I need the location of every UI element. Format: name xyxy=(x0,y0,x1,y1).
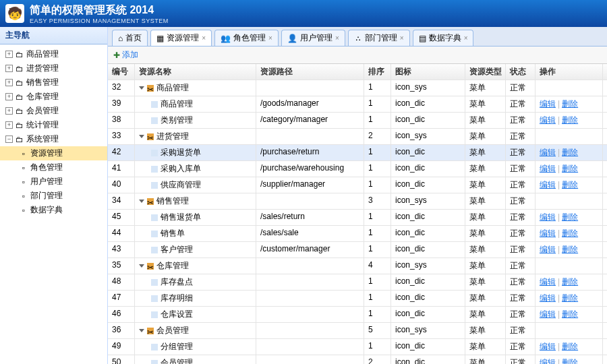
close-icon[interactable]: × xyxy=(268,34,272,42)
tab[interactable]: ▤数据字典× xyxy=(413,30,474,46)
col-path[interactable]: 资源路径 xyxy=(256,64,364,80)
table-row[interactable]: 45 销售退货单 /sales/return 1 icon_dic 菜单 正常 … xyxy=(108,210,607,226)
sidebar-item[interactable]: +🗀进货管理 xyxy=(0,61,107,75)
sidebar-item[interactable]: +🗀仓库管理 xyxy=(0,90,107,104)
table-row[interactable]: 50 会员管理 2 icon_dic 菜单 正常 编辑|删除 xyxy=(108,355,607,364)
table-row[interactable]: 32 ✂商品管理 1 icon_sys 菜单 正常 xyxy=(108,80,607,96)
edit-link[interactable]: 编辑 xyxy=(540,212,556,222)
cell-order: 3 xyxy=(364,193,391,209)
table-row[interactable]: 36 ✂会员管理 5 icon_sys 菜单 正常 xyxy=(108,323,607,339)
table-row[interactable]: 44 销售单 /sales/sale 1 icon_dic 菜单 正常 编辑|删… xyxy=(108,226,607,242)
delete-link[interactable]: 删除 xyxy=(562,115,578,125)
delete-link[interactable]: 删除 xyxy=(562,148,578,157)
delete-link[interactable]: 删除 xyxy=(562,245,578,254)
delete-link[interactable]: 删除 xyxy=(562,277,578,286)
edit-link[interactable]: 编辑 xyxy=(540,229,556,238)
folder-icon: 🗀 xyxy=(15,78,24,88)
delete-link[interactable]: 删除 xyxy=(562,309,578,319)
delete-link[interactable]: 删除 xyxy=(562,229,578,238)
delete-link[interactable]: 删除 xyxy=(562,342,578,351)
cell-ops: 编辑|删除 xyxy=(536,113,603,128)
expand-icon[interactable]: + xyxy=(5,93,13,100)
expand-icon[interactable]: + xyxy=(5,51,13,58)
add-button[interactable]: ✚ 添加 xyxy=(113,49,138,61)
expand-toggle-icon[interactable] xyxy=(139,264,144,268)
table-row[interactable]: 41 采购入库单 /purchase/warehousing 1 icon_di… xyxy=(108,161,607,177)
tab[interactable]: 👥角色管理× xyxy=(214,30,279,46)
table-row[interactable]: 33 ✂进货管理 2 icon_sys 菜单 正常 xyxy=(108,129,607,145)
col-id[interactable]: 编号 xyxy=(108,64,135,80)
table-row[interactable]: 40 供应商管理 /supplier/manager 1 icon_dic 菜单… xyxy=(108,177,607,193)
edit-link[interactable]: 编辑 xyxy=(540,99,556,109)
expand-icon[interactable]: + xyxy=(5,121,13,129)
sidebar-label: 仓库管理 xyxy=(26,91,59,102)
sidebar-subitem[interactable]: ▫用户管理 xyxy=(0,175,107,189)
sidebar-subitem[interactable]: ▫部门管理 xyxy=(0,189,107,203)
sidebar-subitem[interactable]: ▫资源管理 xyxy=(0,146,107,160)
expand-toggle-icon[interactable] xyxy=(139,200,144,203)
table-row[interactable]: 48 库存盘点 1 icon_dic 菜单 正常 编辑|删除 xyxy=(108,274,607,291)
col-status[interactable]: 状态 xyxy=(506,64,536,80)
edit-link[interactable]: 编辑 xyxy=(540,277,556,286)
table-row[interactable]: 43 客户管理 /customer/manager 1 icon_dic 菜单 … xyxy=(108,242,607,258)
table-row[interactable]: 35 ✂仓库管理 4 icon_sys 菜单 正常 xyxy=(108,258,607,274)
sidebar-item[interactable]: −🗀系统管理 xyxy=(0,132,107,146)
tab[interactable]: ▦资源管理× xyxy=(150,30,212,46)
table-row[interactable]: 39 商品管理 /goods/manager 1 icon_dic 菜单 正常 … xyxy=(108,96,607,113)
edit-link[interactable]: 编辑 xyxy=(540,309,556,319)
edit-link[interactable]: 编辑 xyxy=(540,342,556,351)
edit-link[interactable]: 编辑 xyxy=(540,180,556,189)
close-icon[interactable]: × xyxy=(400,34,404,42)
edit-link[interactable]: 编辑 xyxy=(540,358,556,364)
table-row[interactable]: 34 ✂销售管理 3 icon_sys 菜单 正常 xyxy=(108,193,607,210)
close-icon[interactable]: × xyxy=(464,34,468,42)
col-name[interactable]: 资源名称 xyxy=(135,64,256,80)
col-ops[interactable]: 操作 xyxy=(536,64,603,80)
table-row[interactable]: 47 库存明细 1 icon_dic 菜单 正常 编辑|删除 xyxy=(108,291,607,307)
table-row[interactable]: 38 类别管理 /category/manager 1 icon_dic 菜单 … xyxy=(108,113,607,129)
tab[interactable]: ⌂首页 xyxy=(112,30,148,46)
tab[interactable]: ⛬部门管理× xyxy=(348,30,410,46)
expand-icon[interactable]: + xyxy=(5,79,13,86)
expand-icon[interactable]: + xyxy=(5,107,13,115)
edit-link[interactable]: 编辑 xyxy=(540,148,556,157)
table-row[interactable]: 49 分组管理 1 icon_dic 菜单 正常 编辑|删除 xyxy=(108,339,607,355)
cell-icon: icon_dic xyxy=(391,339,465,355)
cell-order: 1 xyxy=(364,80,391,96)
delete-link[interactable]: 删除 xyxy=(562,180,578,189)
collapse-icon[interactable]: − xyxy=(5,135,13,143)
sidebar-item[interactable]: +🗀商品管理 xyxy=(0,47,107,61)
doc-icon xyxy=(151,214,158,221)
sidebar-subitem[interactable]: ▫角色管理 xyxy=(0,160,107,175)
expand-toggle-icon[interactable] xyxy=(139,86,144,90)
expand-toggle-icon[interactable] xyxy=(139,329,144,332)
table-row[interactable]: 42 采购退货单 /purchase/return 1 icon_dic 菜单 … xyxy=(108,145,607,161)
cell-name: 销售单 xyxy=(135,226,256,241)
sidebar-subitem[interactable]: ▫数据字典 xyxy=(0,203,107,217)
delete-link[interactable]: 删除 xyxy=(562,358,578,364)
edit-link[interactable]: 编辑 xyxy=(540,164,556,173)
table-row[interactable]: 46 仓库设置 1 icon_dic 菜单 正常 编辑|删除 xyxy=(108,307,607,323)
tab[interactable]: 👤用户管理× xyxy=(281,30,345,46)
sidebar-item[interactable]: +🗀统计管理 xyxy=(0,118,107,132)
delete-link[interactable]: 删除 xyxy=(562,164,578,173)
close-icon[interactable]: × xyxy=(335,34,339,42)
delete-link[interactable]: 删除 xyxy=(562,212,578,222)
expand-icon[interactable]: + xyxy=(5,65,13,72)
cell-ops: 编辑|删除 xyxy=(536,145,603,160)
col-type[interactable]: 资源类型 xyxy=(465,64,506,80)
edit-link[interactable]: 编辑 xyxy=(540,245,556,254)
col-order[interactable]: 排序 xyxy=(364,64,391,80)
cell-type: 菜单 xyxy=(465,355,506,364)
cell-name: 类别管理 xyxy=(135,113,256,128)
cell-icon: icon_dic xyxy=(391,113,465,128)
delete-link[interactable]: 删除 xyxy=(562,293,578,303)
edit-link[interactable]: 编辑 xyxy=(540,115,556,125)
edit-link[interactable]: 编辑 xyxy=(540,293,556,303)
expand-toggle-icon[interactable] xyxy=(139,135,144,138)
delete-link[interactable]: 删除 xyxy=(562,99,578,109)
close-icon[interactable]: × xyxy=(202,34,206,42)
sidebar-item[interactable]: +🗀会员管理 xyxy=(0,104,107,118)
col-icon[interactable]: 图标 xyxy=(391,64,465,80)
sidebar-item[interactable]: +🗀销售管理 xyxy=(0,75,107,90)
